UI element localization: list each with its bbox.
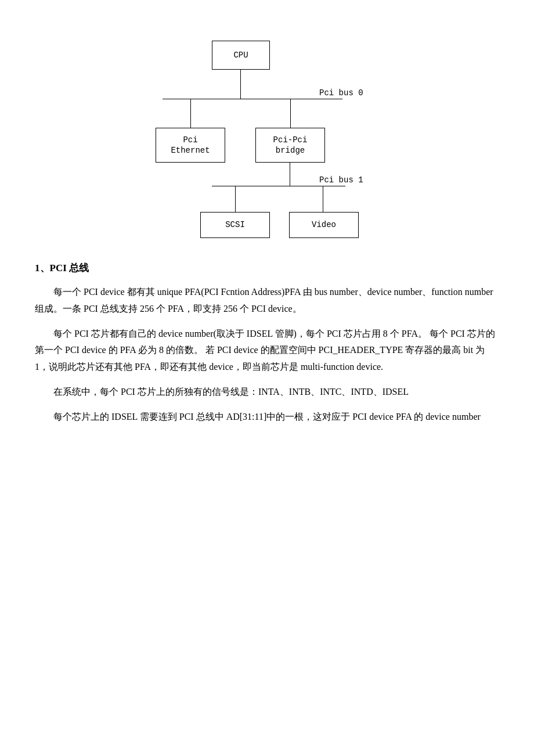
pci-pci-bridge-label: Pci-Pcibridge [273, 135, 308, 156]
bus0-to-ethernet-line [190, 99, 191, 128]
pci-bus0-label: Pci bus 0 [319, 88, 363, 98]
diagram-container: CPU Pci bus 0 PciEthernet Pci-Pcibridge … [35, 35, 499, 244]
pci-ethernet-label: PciEthernet [171, 135, 210, 156]
pci-bus1-line [212, 186, 345, 186]
bridge-to-bus1-line [290, 163, 290, 186]
pci-pci-bridge-box: Pci-Pcibridge [255, 128, 325, 163]
bus0-to-bridge-line [290, 99, 291, 128]
paragraph-2: 每个 PCI 芯片都有自己的 device number(取决于 IDSEL 管… [35, 326, 499, 376]
cpu-box: CPU [212, 41, 270, 70]
pci-ethernet-box: PciEthernet [156, 128, 225, 163]
paragraph-4: 每个芯片上的 IDSEL 需要连到 PCI 总线中 AD[31:11]中的一根，… [35, 409, 499, 426]
cpu-label: CPU [233, 50, 248, 60]
scsi-label: SCSI [225, 219, 245, 230]
video-box: Video [289, 212, 359, 238]
bus1-to-video-line [323, 186, 323, 212]
bus1-to-scsi-line [235, 186, 236, 212]
pci-diagram: CPU Pci bus 0 PciEthernet Pci-Pcibridge … [104, 35, 430, 244]
pci-bus0-line [163, 99, 342, 99]
paragraph-1: 每一个 PCI device 都有其 unique PFA(PCI Fcntio… [35, 284, 499, 318]
scsi-box: SCSI [200, 212, 270, 238]
pci-bus1-label: Pci bus 1 [319, 175, 363, 185]
section-heading: 1、PCI 总线 [35, 261, 499, 275]
paragraph-3: 在系统中，每个 PCI 芯片上的所独有的信号线是：INTA、INTB、INTC、… [35, 384, 499, 401]
cpu-to-bus0-line [240, 70, 241, 99]
video-label: Video [312, 219, 336, 230]
